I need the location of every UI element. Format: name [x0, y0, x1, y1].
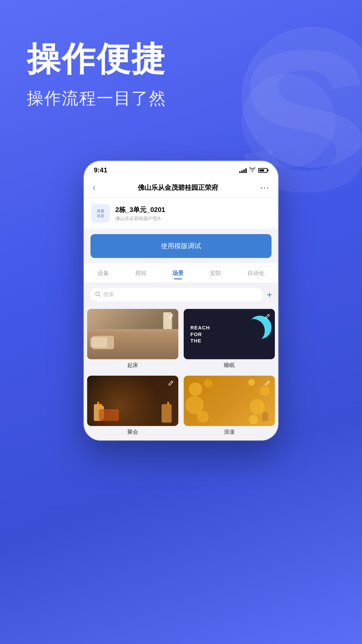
property-icon: 房屋 信息 — [91, 204, 110, 223]
search-placeholder: 搜索 — [103, 291, 114, 298]
scene-card-romance — [184, 376, 275, 426]
scene-image-night: REACHFORTHE — [184, 309, 275, 359]
edit-scene-getup-button[interactable] — [166, 312, 176, 321]
hero-section: 操作便捷 操作流程一目了然 — [0, 0, 362, 130]
search-box[interactable]: 搜索 — [90, 288, 263, 302]
scene-image-bokeh — [184, 376, 275, 426]
debug-button[interactable]: 使用模版调试 — [90, 234, 272, 258]
scene-image-candle — [87, 376, 178, 426]
property-name: 2栋_3单元_0201 — [115, 205, 271, 214]
tab-automation[interactable]: 自动化 — [245, 268, 267, 281]
tab-device[interactable]: 设备 — [95, 268, 112, 281]
signal-icon — [239, 168, 247, 173]
property-sub: 佛山乐从碧桂园户型A — [115, 216, 271, 222]
status-icons — [239, 167, 268, 173]
scene-label-getup: 起床 — [87, 359, 178, 370]
add-scene-button[interactable]: + — [267, 289, 272, 300]
svg-line-1 — [99, 295, 100, 297]
hero-subtitle: 操作流程一目了然 — [27, 87, 335, 110]
scene-card-getup — [87, 309, 178, 359]
edit-scene-sleep-button[interactable] — [263, 312, 272, 321]
battery-icon — [258, 168, 268, 173]
edit-scene-party-button[interactable] — [166, 378, 176, 388]
search-area: 搜索 + — [84, 283, 278, 306]
tab-bar: 设备 房间 场景 安防 自动化 — [84, 263, 278, 283]
tab-room[interactable]: 房间 — [132, 268, 149, 281]
scene-label-party: 聚会 — [87, 426, 178, 437]
scene-image-bedroom — [87, 309, 178, 359]
tab-scene[interactable]: 场景 — [170, 268, 186, 281]
nav-bar: ‹ 佛山乐从金茂碧桂园正荣府 ··· — [84, 177, 278, 198]
reach-text: REACHFORTHE — [190, 324, 210, 344]
status-time: 9:41 — [94, 166, 107, 174]
hero-title: 操作便捷 — [27, 40, 335, 77]
wifi-icon — [249, 167, 255, 173]
property-info: 2栋_3单元_0201 佛山乐从碧桂园户型A — [115, 205, 271, 222]
phone-frame: 9:41 — [84, 161, 278, 440]
list-item: 浪漫 — [181, 373, 278, 440]
scene-label-romance: 浪漫 — [184, 426, 275, 437]
phone-mockup: 9:41 — [84, 161, 278, 440]
scene-grid: 起床 REACHFORTHE 睡眠 — [84, 306, 278, 440]
edit-scene-romance-button[interactable] — [263, 378, 272, 388]
list-item: 聚会 — [84, 373, 181, 440]
moon-icon — [241, 319, 265, 342]
tab-security[interactable]: 安防 — [207, 268, 224, 281]
status-bar: 9:41 — [84, 162, 278, 177]
more-button[interactable]: ··· — [260, 182, 269, 193]
scene-label-sleep: 睡眠 — [184, 359, 275, 370]
scene-card-sleep: REACHFORTHE — [184, 309, 275, 359]
search-icon — [95, 291, 101, 298]
list-item: 起床 — [84, 306, 181, 373]
back-button[interactable]: ‹ — [93, 182, 96, 193]
property-card: 房屋 信息 2栋_3单元_0201 佛山乐从碧桂园户型A — [84, 198, 278, 229]
scene-card-party — [87, 376, 178, 426]
nav-title: 佛山乐从金茂碧桂园正荣府 — [96, 183, 260, 192]
list-item: REACHFORTHE 睡眠 — [181, 306, 278, 373]
